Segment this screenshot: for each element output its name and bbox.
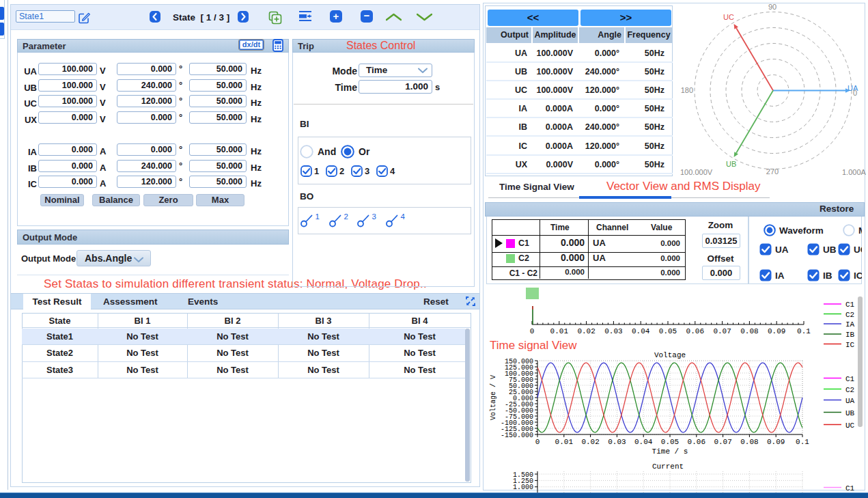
svg-text:Current: Current [652,462,684,471]
svg-text:1.000: 1.000 [513,484,533,491]
